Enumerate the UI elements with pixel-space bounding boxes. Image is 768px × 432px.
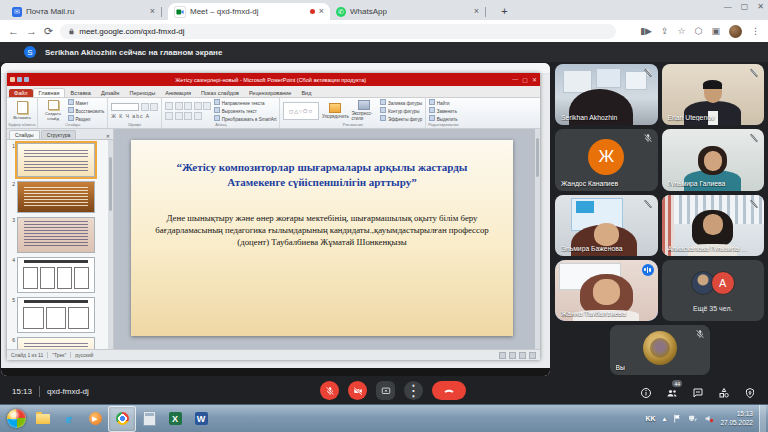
find-button[interactable]: Найти [429,99,457,106]
host-controls-icon[interactable] [744,385,756,397]
tab-close-icon[interactable]: × [474,7,479,16]
status-view-controls[interactable] [499,352,536,359]
mic-toggle-button[interactable] [320,381,339,400]
show-desktop-button[interactable] [759,405,766,432]
tab-mail[interactable]: ✉ Почта Mail.ru × [6,3,168,20]
shared-screen[interactable]: Жетісу сазгерлері-новый - Microsoft Powe… [1,63,550,376]
grow-font-button[interactable] [150,103,158,111]
reload-icon[interactable]: ⟳ [44,26,53,37]
font-size-box[interactable] [141,103,149,111]
select-button[interactable]: Выделить [429,115,457,122]
more-options-button[interactable]: ⋮ [404,381,423,400]
participant-tile[interactable]: Алиаскарова Гульзира … [662,195,765,256]
reset-button[interactable]: Восстановить [68,107,104,114]
shape-fill-button[interactable]: Заливка фигуры [380,99,422,106]
participant-tile[interactable]: Гульмира Галиева [662,129,765,190]
maximize-icon[interactable]: ▢ [741,2,749,11]
slide-thumbnail-6[interactable] [17,337,95,349]
participant-tile[interactable]: Serikhan Akhozhin [555,64,658,125]
ppt-tab-slideshow[interactable]: Показ слайдов [196,89,244,97]
text-direction-button[interactable]: Направление текста [214,99,276,106]
participant-tile-speaking[interactable]: Жанна Таубалдиева [555,260,658,321]
ppt-tab-design[interactable]: Дизайн [96,89,125,97]
start-button[interactable] [7,409,26,428]
forward-icon[interactable]: → [26,26,37,37]
chat-icon[interactable] [692,385,704,397]
minimize-icon[interactable]: — [724,2,732,11]
taskbar-word-button[interactable]: W [188,407,214,431]
taskbar-calculator-button[interactable] [136,407,162,431]
taskbar-excel-button[interactable]: X [162,407,188,431]
layout-button[interactable]: Макет [68,99,104,106]
tray-expand-icon[interactable]: ▲ [662,416,668,422]
shape-effects-button[interactable]: Эффекты фигур [380,115,422,122]
meeting-details-icon[interactable] [640,385,652,397]
slide-title-textbox[interactable]: “Жетісу композиторлар шығармалары арқылы… [153,160,491,190]
ppt-tab-review[interactable]: Рецензирование [244,89,296,97]
volume-icon[interactable] [704,414,714,423]
present-button[interactable] [376,381,395,400]
ppt-tab-animations[interactable]: Анимация [160,89,196,97]
font-style-buttons[interactable]: Ж К Ч abc А [111,113,150,119]
media-control-icon[interactable]: ▮▶ [640,27,652,36]
participant-tile[interactable]: Erlan Utegenov [662,64,765,125]
current-slide[interactable]: “Жетісу композиторлар шығармалары арқылы… [131,140,513,336]
taskbar-explorer-button[interactable] [30,407,56,431]
shapes-gallery[interactable]: ◻△○⬠☆ [283,102,319,120]
pane-tab-outline[interactable]: Структура [41,130,77,139]
ppt-minimize-icon[interactable]: — [512,76,518,83]
thumbnails-scrollbar[interactable] [108,140,113,349]
extensions-puzzle-icon[interactable]: ⬡ [695,27,703,36]
ppt-tab-home[interactable]: Главная [33,88,66,97]
more-participants-tile[interactable]: A Ещё 35 чел. [662,260,765,321]
camera-toggle-button[interactable] [348,381,367,400]
network-icon[interactable] [688,414,698,423]
ppt-tab-file[interactable]: Файл [9,89,33,97]
browser-menu-icon[interactable]: ⋮ [751,27,760,36]
ppt-close-icon[interactable]: ✕ [532,76,537,83]
action-center-flag-icon[interactable] [673,414,682,423]
new-slide-button[interactable]: Создать слайд [41,100,65,121]
slide-thumbnail-5[interactable] [17,297,95,333]
ppt-maximize-icon[interactable]: ▢ [522,76,528,83]
slide-thumbnail-2[interactable] [17,181,95,213]
participants-list-icon[interactable]: 44 [666,385,678,397]
align-text-button[interactable]: Выровнять текст [214,107,276,114]
shape-outline-button[interactable]: Контур фигуры [380,107,422,114]
pane-tab-slides[interactable]: Слайды [9,130,40,139]
align-buttons[interactable] [165,112,211,120]
section-button[interactable]: Раздел [68,115,104,122]
close-icon[interactable]: ✕ [757,2,764,11]
back-icon[interactable]: ← [8,26,19,37]
slide-body-textbox[interactable]: Дене шынықтыру және өнер жоғары мектебін… [149,212,495,249]
slide-thumbnail-3[interactable] [17,217,95,253]
tab-meet[interactable]: Meet – qxd-fmxd-dj × [168,3,330,20]
font-name-box[interactable] [111,103,139,111]
ppt-quick-access-toolbar[interactable] [10,77,29,82]
bullet-align-buttons[interactable] [165,102,211,110]
ppt-tab-transitions[interactable]: Переходы [124,89,160,97]
language-indicator[interactable]: KK [645,415,655,422]
taskbar-wmp-button[interactable]: ▶ [82,407,108,431]
smartart-button[interactable]: Преобразовать в SmartArt [214,115,276,122]
activities-icon[interactable] [718,385,730,397]
new-tab-button[interactable]: + [498,5,511,18]
taskbar-ie-button[interactable]: e [56,407,82,431]
tab-close-icon[interactable]: × [319,7,324,16]
url-bar[interactable]: meet.google.com/qxd-fmxd-dj [60,24,616,39]
participant-tile[interactable]: Ж Жандос Канапиев [555,129,658,190]
tab-close-icon[interactable]: × [150,7,155,16]
slide-thumbnail-4[interactable] [17,257,95,293]
taskbar-chrome-button[interactable] [108,406,136,432]
arrange-button[interactable]: Упорядочить [322,100,348,121]
ppt-tab-view[interactable]: Вид [296,89,316,97]
editor-scrollbar[interactable] [535,129,540,349]
bookmark-star-icon[interactable]: ☆ [678,27,686,36]
side-panel-icon[interactable]: ▣ [711,27,720,36]
quick-styles-button[interactable]: Экспресс-стили [351,100,377,121]
end-call-button[interactable] [432,381,466,400]
tab-whatsapp[interactable]: ✆ WhatsApp × [330,3,492,20]
self-view-tile[interactable]: Вы [610,325,710,375]
slide-thumbnail-1[interactable] [17,143,95,177]
ppt-tab-insert[interactable]: Вставка [65,89,95,97]
